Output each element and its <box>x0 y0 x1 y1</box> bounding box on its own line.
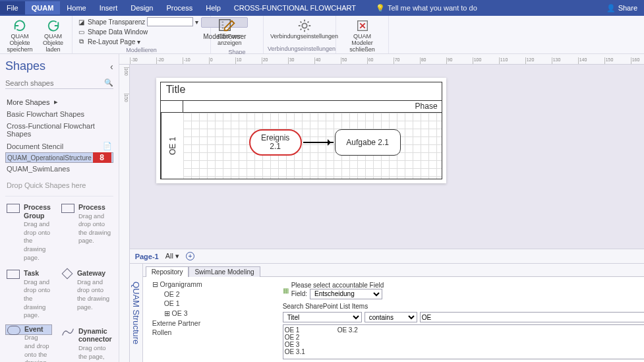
stencil-swimlanes[interactable]: QUAM_SwimLanes <box>5 163 113 175</box>
stencil-operational[interactable]: QUAM_OperationalStructure8 <box>5 152 113 163</box>
transparency-label: Shape Transparenz <box>88 18 145 26</box>
search-value-input[interactable] <box>420 312 644 322</box>
shape-task[interactable]: TaskDrag and drop onto the drawing page. <box>5 266 52 322</box>
swimlane-title[interactable]: Title <box>161 82 442 101</box>
tab-insert[interactable]: Insert <box>93 1 125 15</box>
edit-icon <box>222 18 237 33</box>
tree-node[interactable]: OE 1 <box>146 299 278 309</box>
more-shapes[interactable]: More Shapes ▸ <box>5 96 113 108</box>
tab-repository[interactable]: Repository <box>146 266 189 277</box>
tab-template: CROSS-FUNCTIONAL FLOWCHART <box>227 1 363 15</box>
quam-structure-title: QUAM Structure <box>130 264 143 362</box>
field-select[interactable]: Entscheidung <box>310 289 382 299</box>
shape-process[interactable]: ProcessDrag and drop onto the drawing pa… <box>60 200 113 264</box>
drop-hint: Drop Quick Shapes here <box>5 175 113 196</box>
event-shape[interactable]: Ereignis 2.1 <box>249 129 302 156</box>
share-icon: 👤 <box>606 4 616 13</box>
save-objects-label: QUAM Objekte speichern <box>7 34 33 53</box>
refresh-icon <box>13 18 27 33</box>
tab-process[interactable]: Process <box>160 1 199 15</box>
all-pages[interactable]: All ▾ <box>165 252 179 260</box>
stencil-crossfunc[interactable]: Cross-Functional Flowchart Shapes <box>5 120 113 140</box>
tab-file[interactable]: File <box>0 1 25 15</box>
title-bar: File QUAM Home Insert Design Process Hel… <box>0 0 644 16</box>
result-item[interactable]: OE 3.2 <box>337 326 358 334</box>
page: Title Phase OE 1 Ereignis 2.1 Aufgabe 2.… <box>156 78 446 183</box>
tree-node[interactable]: Externe Partner <box>146 318 278 328</box>
drawing-canvas[interactable]: Title Phase OE 1 Ereignis 2.1 Aufgabe 2.… <box>130 65 644 249</box>
shape-process-group[interactable]: Process GroupDrag and drop onto the draw… <box>5 200 52 264</box>
swimlane[interactable]: Title Phase OE 1 Ereignis 2.1 Aufgabe 2.… <box>160 82 442 179</box>
results-list[interactable]: OE 1OE 3.2 OE 2 OE 3 OE 3.1 <box>283 324 644 359</box>
chevron-right-icon: ▸ <box>54 98 58 106</box>
shape-gateway[interactable]: GatewayDrag and drop onto the drawing pa… <box>60 266 113 322</box>
form-icon: ▦ <box>283 287 289 294</box>
collapse-icon[interactable]: ‹ <box>110 61 113 72</box>
tree-root[interactable]: Organigramm <box>160 280 202 288</box>
share-button[interactable]: 👤 Share <box>606 4 637 13</box>
dropdown-icon[interactable]: ▾ <box>137 38 140 45</box>
tab-home[interactable]: Home <box>60 1 92 15</box>
load-objects-button[interactable]: QUAM Objekte laden <box>38 17 68 55</box>
lane-label[interactable]: OE 1 <box>161 113 183 179</box>
ruler-vertical: 160 150 <box>119 65 130 362</box>
search-icon[interactable]: 🔍 <box>104 78 113 87</box>
shape-desc: Drag and drop onto the drawing page. <box>77 278 109 311</box>
dropdown-icon[interactable]: ▾ <box>195 18 198 26</box>
tree-node[interactable]: OE 2 <box>146 289 278 299</box>
tab-design[interactable]: Design <box>124 1 160 15</box>
tell-me-label: Tell me what you want to do <box>388 4 477 12</box>
result-item[interactable]: OE 3 <box>285 341 644 348</box>
shape-transparency[interactable]: ◪Shape Transparenz▾ <box>76 17 198 26</box>
ruler-tick: 150 <box>124 94 129 120</box>
page-tabs: Page-1 All ▾ + <box>130 249 644 263</box>
editform-button[interactable]: EditForm anzeigen <box>215 17 245 48</box>
connection-settings-label: Verbindungseinstellungen <box>270 34 338 40</box>
tree-node[interactable]: Rollen <box>146 328 278 338</box>
search-op-select[interactable]: contains <box>365 312 417 322</box>
stencil-document-label: Document Stencil <box>7 142 63 150</box>
all-label: All <box>165 252 173 260</box>
tab-quam[interactable]: QUAM <box>25 1 61 15</box>
stencil-basic[interactable]: Basic Flowchart Shapes <box>5 108 113 120</box>
phase-label[interactable]: Phase <box>183 101 442 112</box>
editform-label: EditForm anzeigen <box>218 34 242 47</box>
shape-connector[interactable]: Dynamic connectorDrag onto the page, the… <box>60 324 113 362</box>
shape-desc: Drag and drop onto the drawing page. <box>24 278 50 318</box>
tree-node[interactable]: ⊞ OE 3 <box>146 309 278 318</box>
connection-settings-button[interactable]: Verbindungseinstellungen <box>268 17 341 42</box>
result-item[interactable]: OE 1 <box>285 326 337 334</box>
org-tree[interactable]: ⊟ Organigramm OE 2 OE 1 ⊞ OE 3 Externe P… <box>146 280 278 359</box>
search-label: Search SharePoint List Items <box>283 303 644 310</box>
page-tab[interactable]: Page-1 <box>135 253 159 260</box>
shapes-search[interactable]: 🔍 <box>5 78 113 89</box>
tree-node-label: OE 3 <box>172 309 188 317</box>
shape-label: Event <box>24 325 50 334</box>
search-input[interactable] <box>5 79 104 87</box>
relayout-label: Re-Layout Page <box>88 38 135 45</box>
result-item[interactable]: OE 3.1 <box>285 348 644 355</box>
add-page-button[interactable]: + <box>186 252 194 260</box>
result-item[interactable]: OE 2 <box>285 334 644 341</box>
close-modeler-button[interactable]: QUAM Modeler schließen <box>340 17 384 55</box>
shape-event[interactable]: EventDrag and drop onto the drawing page… <box>5 324 52 335</box>
save-objects-button[interactable]: QUAM Objekte speichern <box>4 17 36 55</box>
field-label: Field: <box>291 290 307 297</box>
search-field-select[interactable]: Titel <box>283 312 362 322</box>
quam-structure-panel: QUAM Structure Repository SwimLane Model… <box>130 263 644 362</box>
tab-swimlane-modeling[interactable]: SwimLane Modeling <box>189 266 260 277</box>
shapes-title-text: Shapes <box>5 59 45 73</box>
shape-data-window[interactable]: ▭Shape Data Window <box>76 27 198 36</box>
connector-arrow[interactable] <box>303 142 334 143</box>
task-shape[interactable]: Aufgabe 2.1 <box>335 129 401 156</box>
relayout-page[interactable]: ⧉Re-Layout Page▾ <box>76 37 198 46</box>
refresh-icon <box>46 18 61 33</box>
ribbon: QUAM Objekte speichern QUAM Objekte lade… <box>0 16 644 54</box>
tab-help[interactable]: Help <box>199 1 227 15</box>
gear-icon <box>297 18 312 33</box>
shape-label: Gateway <box>77 269 112 278</box>
stencil-document[interactable]: Document Stencil📄 <box>5 140 113 152</box>
transparency-input[interactable] <box>147 17 193 26</box>
tell-me[interactable]: 💡 Tell me what you want to do <box>376 4 477 13</box>
bulb-icon: 💡 <box>376 4 385 13</box>
